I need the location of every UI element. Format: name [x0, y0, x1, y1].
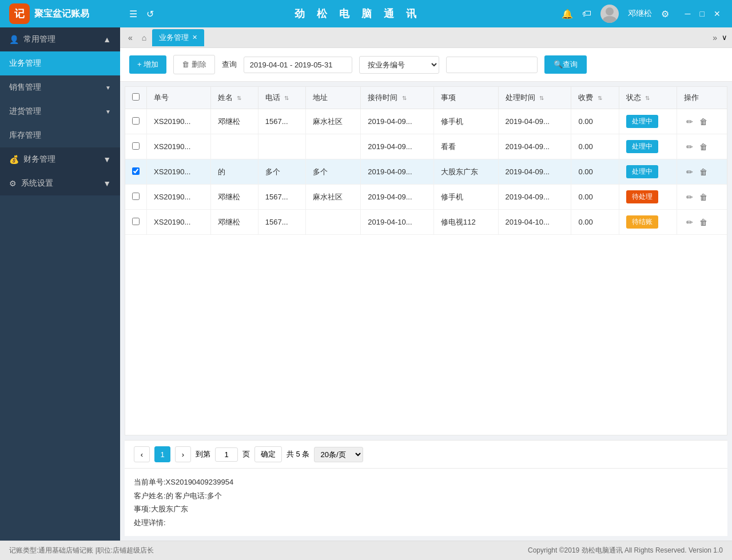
sidebar-item-purchase-mgmt[interactable]: 进货管理 ▼	[0, 99, 120, 123]
row-actions: ✏ 🗑	[677, 159, 727, 185]
page-1-button[interactable]: 1	[154, 446, 170, 462]
col-header-id: 单号	[147, 87, 211, 109]
tab-business-mgmt[interactable]: 业务管理 ✕	[152, 29, 204, 46]
sales-mgmt-label: 销售管理	[9, 82, 41, 93]
user-avatar[interactable]	[600, 5, 619, 23]
footer-right: Copyright ©2019 劲松电脑通讯 All Rights Reserv…	[528, 546, 723, 555]
tab-home-button[interactable]: ⌂	[138, 31, 150, 45]
row-matter: 看看	[434, 134, 498, 159]
row-fee: 0.00	[571, 159, 619, 185]
row-status: 处理中	[619, 109, 677, 134]
date-range-input[interactable]	[244, 57, 352, 73]
sidebar-item-system-settings[interactable]: ⚙ 系统设置 ▼	[0, 171, 120, 195]
logo-area: 记 聚宝盆记账易	[9, 3, 129, 24]
row-matter: 修手机	[434, 185, 498, 210]
tab-more-button[interactable]: »	[713, 33, 717, 42]
main-layout: 👤 常用管理 ▲ 业务管理 销售管理 ▼ 进货管理 ▼ 库存管理	[0, 27, 732, 541]
row-checkbox[interactable]	[132, 117, 140, 125]
tab-close-icon[interactable]: ✕	[192, 34, 197, 41]
data-table: 单号 姓名 ⇅ 电话 ⇅ 地址 接待时间 ⇅ 事项 处理时间 ⇅ 收费 ⇅ 状态…	[125, 87, 727, 235]
tab-dropdown-icon[interactable]: ∨	[722, 33, 727, 42]
row-name: 邓继松	[210, 185, 258, 210]
sidebar-item-common-mgmt[interactable]: 👤 常用管理 ▲	[0, 27, 120, 51]
row-name: 邓继松	[210, 210, 258, 235]
status-badge: 处理中	[626, 115, 658, 128]
table-row[interactable]: XS20190... 2019-04-09... 看看 2019-04-09..…	[125, 134, 727, 159]
sidebar-item-sales-mgmt[interactable]: 销售管理 ▼	[0, 75, 120, 99]
row-checkbox[interactable]	[132, 167, 140, 175]
row-fee: 0.00	[571, 210, 619, 235]
header-title: 劲 松 电 脑 通 讯	[154, 7, 562, 21]
refresh-icon[interactable]: ↺	[146, 9, 154, 19]
tag-icon[interactable]: 🏷	[582, 9, 591, 19]
delete-row-button[interactable]: 🗑	[697, 217, 710, 228]
finance-mgmt-label: 财务管理	[23, 154, 55, 165]
table-row[interactable]: XS20190... 邓继松 1567... 麻水社区 2019-04-09..…	[125, 185, 727, 210]
filter-select[interactable]: 按业务编号按姓名按电话	[359, 56, 439, 74]
sidebar-item-finance-mgmt[interactable]: 💰 财务管理 ▼	[0, 147, 120, 171]
row-checkbox[interactable]	[132, 218, 140, 225]
row-matter: 大股东广东	[434, 159, 498, 185]
status-badge: 待处理	[626, 190, 658, 203]
query-label: 查询	[222, 59, 237, 70]
page-next-button[interactable]: ›	[175, 446, 191, 462]
row-status: 处理中	[619, 134, 677, 159]
select-all-checkbox[interactable]	[132, 93, 140, 101]
row-matter: 修手机	[434, 109, 498, 134]
row-checkbox-cell	[125, 159, 147, 185]
col-header-fee: 收费 ⇅	[571, 87, 619, 109]
row-receive-time: 2019-04-10...	[361, 210, 434, 235]
tab-nav-left[interactable]: «	[125, 31, 136, 45]
edit-button[interactable]: ✏	[684, 191, 695, 203]
system-settings-arrow: ▼	[103, 179, 111, 188]
sidebar-item-inventory-mgmt[interactable]: 库存管理	[0, 123, 120, 147]
common-mgmt-icon: 👤	[9, 35, 19, 44]
row-receive-time: 2019-04-09...	[361, 109, 434, 134]
col-header-phone: 电话 ⇅	[258, 87, 305, 109]
purchase-mgmt-label: 进货管理	[9, 106, 41, 117]
delete-row-button[interactable]: 🗑	[697, 116, 710, 127]
row-checkbox[interactable]	[132, 193, 140, 200]
page-confirm-button[interactable]: 确定	[254, 446, 282, 462]
row-id: XS20190...	[147, 210, 211, 235]
delete-row-button[interactable]: 🗑	[697, 191, 710, 203]
maximize-button[interactable]: □	[698, 8, 707, 19]
page-label: 页	[242, 449, 250, 459]
delete-row-button[interactable]: 🗑	[697, 141, 710, 153]
info-line-1: 当前单号:XS20190409239954	[134, 475, 718, 489]
sidebar-item-business-mgmt[interactable]: 业务管理	[0, 51, 120, 75]
page-size-select[interactable]: 20条/页 10条/页 50条/页 100条/页	[314, 447, 363, 462]
row-address	[306, 210, 361, 235]
search-input[interactable]	[446, 57, 538, 73]
edit-button[interactable]: ✏	[684, 217, 695, 228]
table-row[interactable]: XS20190... 的 多个 多个 2019-04-09... 大股东广东 2…	[125, 159, 727, 185]
edit-button[interactable]: ✏	[684, 116, 695, 127]
pagination-bar: ‹ 1 › 到第 页 确定 共 5 条 20条/页 10条/页 50条/页 10…	[125, 440, 727, 468]
row-process-time: 2019-04-09...	[498, 185, 571, 210]
table-row[interactable]: XS20190... 邓继松 1567... 2019-04-10... 修电视…	[125, 210, 727, 235]
page-goto-input[interactable]	[215, 447, 238, 462]
sidebar: 👤 常用管理 ▲ 业务管理 销售管理 ▼ 进货管理 ▼ 库存管理	[0, 27, 120, 541]
row-name: 的	[210, 159, 258, 185]
delete-row-button[interactable]: 🗑	[697, 166, 710, 178]
edit-button[interactable]: ✏	[684, 141, 695, 153]
add-button[interactable]: + 增加	[129, 55, 166, 74]
row-fee: 0.00	[571, 185, 619, 210]
table-row[interactable]: XS20190... 邓继松 1567... 麻水社区 2019-04-09..…	[125, 109, 727, 134]
delete-button[interactable]: 🗑 删除	[173, 55, 215, 74]
minimize-button[interactable]: ─	[683, 8, 693, 19]
system-settings-label: 系统设置	[21, 178, 53, 189]
app-logo-name: 聚宝盆记账易	[34, 8, 89, 20]
bell-icon[interactable]: 🔔	[562, 9, 573, 19]
search-button[interactable]: 🔍查询	[544, 55, 587, 74]
close-button[interactable]: ✕	[711, 8, 723, 19]
goto-label: 到第	[196, 449, 210, 459]
row-phone: 1567...	[258, 109, 305, 134]
edit-button[interactable]: ✏	[684, 166, 695, 178]
row-checkbox[interactable]	[132, 142, 140, 150]
menu-icon[interactable]: ☰	[129, 9, 137, 19]
svg-point-0	[606, 7, 614, 15]
settings-icon[interactable]: ⚙	[661, 9, 669, 19]
page-prev-button[interactable]: ‹	[134, 446, 150, 462]
col-header-actions: 操作	[677, 87, 727, 109]
